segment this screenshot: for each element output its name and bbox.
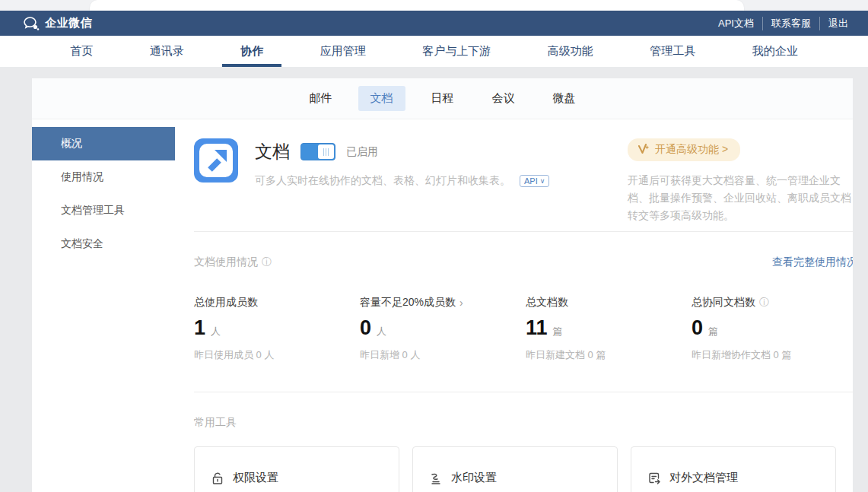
card-watermark-settings[interactable]: 水印设置 为企业内文档开启水印，数据泄露事件可追 [412, 446, 618, 492]
tab-docs[interactable]: 文档 [358, 86, 405, 111]
page-title: 文档 [255, 140, 290, 163]
tab-calendar[interactable]: 日程 [419, 86, 466, 111]
docs-app-icon [194, 138, 238, 183]
tools-section-title: 常用工具 [194, 416, 853, 430]
api-docs-link[interactable]: API文档 [710, 17, 762, 30]
logo-text: 企业微信 [45, 16, 92, 30]
info-icon[interactable]: ⓘ [759, 296, 769, 309]
page-background-gap [0, 67, 868, 78]
nav-item-app-management[interactable]: 应用管理 [316, 36, 370, 67]
tab-meeting[interactable]: 会议 [480, 86, 527, 111]
premium-panel: 开通高级功能 > 开通后可获得更大文档容量、统一管理企业文档、批量操作预警、企业… [628, 138, 853, 231]
nav-item-contacts[interactable]: 通讯录 [145, 36, 189, 67]
content-card: 邮件 文档 日程 会议 微盘 概况 使用情况 文档管理工具 文档安全 [32, 78, 853, 492]
app-description: 可多人实时在线协作的文档、表格、幻灯片和收集表。 [255, 174, 510, 188]
stat-collab-docs: 总协同文档数 ⓘ 0 篇 昨日新增协作文档 0 篇 [692, 296, 853, 362]
sidebar-item-doc-security[interactable]: 文档安全 [32, 227, 175, 261]
main-nav: 首页 通讯录 协作 应用管理 客户与上下游 高级功能 管理工具 我的企业 [0, 36, 868, 67]
main-panel: 文档 已启用 可多人实时在线协作的文档、表格、幻灯片和收集表。 API ∨ [175, 119, 853, 491]
premium-description: 开通后可获得更大文档容量、统一管理企业文档、批量操作预警、企业回收站、离职成员文… [628, 172, 853, 224]
chevron-down-icon: ∨ [540, 178, 545, 185]
top-bar: 企业微信 API文档 联系客服 退出 [0, 11, 868, 36]
usage-section: 文档使用情况 ⓘ 查看完整使用情况 总使用成员数 1 人 昨日使用成员 0 人 [194, 256, 853, 392]
stat-total-members: 总使用成员数 1 人 昨日使用成员 0 人 [194, 296, 360, 362]
tab-mail[interactable]: 邮件 [297, 86, 345, 111]
nav-item-collaboration[interactable]: 协作 [236, 36, 268, 67]
usage-stats-row: 总使用成员数 1 人 昨日使用成员 0 人 容量不足20%成员数 › [194, 296, 853, 392]
info-icon[interactable]: ⓘ [262, 256, 272, 269]
stat-total-docs-value: 11 [526, 318, 548, 338]
api-label: API [524, 176, 538, 186]
sparkle-icon [637, 144, 650, 157]
stat-collab-docs-value: 0 [692, 318, 703, 338]
external-doc-icon [647, 471, 661, 485]
stat-total-members-value: 1 [194, 318, 205, 338]
tab-drive[interactable]: 微盘 [541, 86, 588, 111]
contact-support-link[interactable]: 联系客服 [762, 17, 819, 30]
nav-item-my-company[interactable]: 我的企业 [748, 36, 803, 67]
docs-enabled-toggle[interactable] [300, 143, 335, 160]
view-full-usage-link[interactable]: 查看完整使用情况 [772, 256, 853, 269]
card-permission-settings[interactable]: 权限设置 设置企业内外的访问权限 [194, 446, 399, 492]
toggle-handle [318, 144, 334, 159]
chevron-right-icon: › [459, 297, 463, 309]
topbar-links: API文档 联系客服 退出 [710, 17, 848, 30]
card-external-doc-management[interactable]: 对外文档管理 查看和管理允许企业外访问的文档 [631, 446, 836, 492]
browser-chrome-strip [0, 0, 868, 11]
browser-tab-remnant [90, 0, 744, 11]
upgrade-premium-label: 开通高级功能 > [655, 143, 728, 157]
api-dropdown[interactable]: API ∨ [520, 175, 549, 187]
nav-item-advanced-features[interactable]: 高级功能 [543, 36, 598, 67]
sidebar-item-doc-tools[interactable]: 文档管理工具 [32, 194, 175, 227]
watermark-icon [429, 471, 443, 485]
chat-bubble-icon [23, 16, 40, 31]
docs-sidebar: 概况 使用情况 文档管理工具 文档安全 [32, 119, 175, 491]
upgrade-premium-button[interactable]: 开通高级功能 > [628, 138, 740, 161]
tools-section: 常用工具 权限设置 [194, 416, 853, 492]
stat-low-capacity-value: 0 [360, 318, 371, 338]
logout-link[interactable]: 退出 [819, 17, 848, 30]
app-header: 文档 已启用 可多人实时在线协作的文档、表格、幻灯片和收集表。 API ∨ [194, 119, 853, 232]
status-enabled-label: 已启用 [346, 145, 378, 159]
wecom-logo[interactable]: 企业微信 [23, 16, 92, 31]
usage-section-title: 文档使用情况 ⓘ [194, 256, 272, 269]
sidebar-item-usage[interactable]: 使用情况 [32, 160, 175, 194]
nav-item-customers[interactable]: 客户与上下游 [418, 36, 495, 67]
nav-item-home[interactable]: 首页 [65, 36, 97, 67]
nav-item-admin-tools[interactable]: 管理工具 [645, 36, 700, 67]
lock-icon [211, 471, 224, 485]
collaboration-tabbar: 邮件 文档 日程 会议 微盘 [32, 78, 853, 119]
sidebar-item-overview[interactable]: 概况 [32, 127, 175, 160]
stat-total-docs: 总文档数 11 篇 昨日新建文档 0 篇 [526, 296, 692, 362]
stat-low-capacity-members[interactable]: 容量不足20%成员数 › 0 人 昨日新增 0 人 [360, 296, 526, 362]
